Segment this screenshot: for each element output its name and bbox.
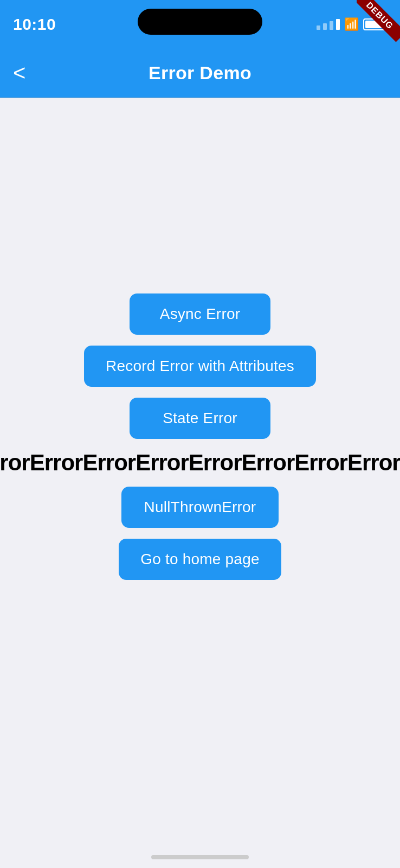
- buttons-container: Async Error Record Error with Attributes…: [0, 293, 400, 580]
- nav-bar: < Error Demo: [0, 49, 400, 98]
- back-button[interactable]: <: [13, 61, 25, 85]
- status-bar: 10:10 📶 DEBUG: [0, 0, 400, 49]
- debug-banner: DEBUG: [357, 0, 400, 43]
- null-thrown-error-button[interactable]: NullThrownError: [121, 487, 279, 528]
- signal-dot-1: [317, 25, 320, 30]
- go-to-home-button[interactable]: Go to home page: [119, 539, 281, 580]
- signal-dots-icon: [317, 19, 340, 30]
- back-chevron-icon: <: [13, 61, 25, 85]
- status-pill: [138, 9, 262, 35]
- home-indicator: [151, 855, 249, 859]
- debug-label: DEBUG: [357, 0, 400, 42]
- page-title: Error Demo: [149, 62, 251, 84]
- async-error-button[interactable]: Async Error: [130, 293, 270, 335]
- signal-dot-2: [323, 23, 327, 30]
- status-time: 10:10: [13, 15, 56, 34]
- signal-dot-3: [330, 21, 333, 30]
- record-error-button[interactable]: Record Error with Attributes: [84, 346, 316, 387]
- signal-dot-4: [336, 19, 340, 30]
- state-error-button[interactable]: State Error: [130, 398, 270, 439]
- error-text-banner: ErrorErrorErrorErrorErrorErrorErrorError…: [0, 450, 400, 476]
- main-content: Async Error Record Error with Attributes…: [0, 98, 400, 841]
